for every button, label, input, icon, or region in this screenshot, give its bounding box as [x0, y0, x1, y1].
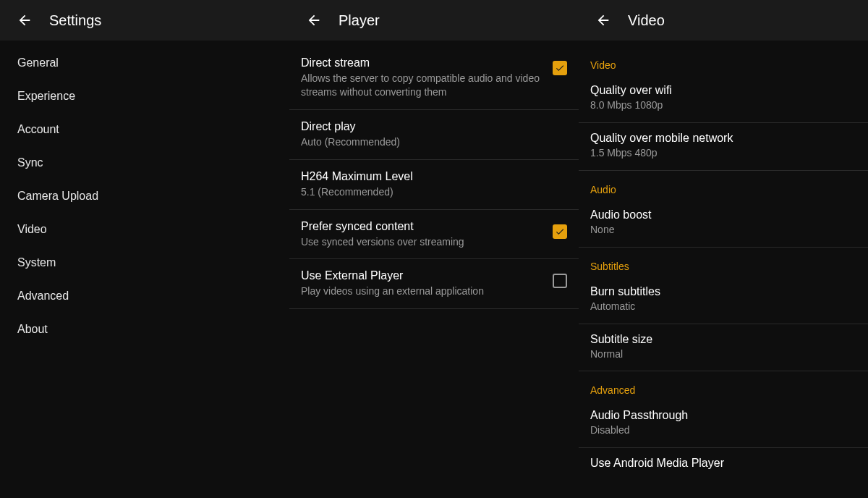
video-list: Video Quality over wifi 8.0 Mbps 1080p Q…	[579, 41, 868, 498]
settings-list: General Experience Account Sync Camera U…	[0, 41, 289, 498]
player-row-prefer-synced[interactable]: Prefer synced content Use synced version…	[289, 210, 579, 260]
settings-item-video[interactable]: Video	[0, 213, 289, 246]
video-row-burn-subtitles[interactable]: Burn subtitles Automatic	[579, 277, 868, 324]
setting-sub: Automatic	[590, 300, 856, 313]
player-title: Player	[339, 12, 380, 29]
setting-sub: Disabled	[590, 423, 856, 437]
arrow-left-icon	[595, 12, 611, 28]
setting-title: Audio Passthrough	[590, 409, 856, 422]
setting-sub: Use synced versions over streaming	[301, 235, 547, 249]
back-button-player[interactable]	[299, 6, 328, 35]
setting-sub: Play videos using an external applicatio…	[301, 284, 547, 298]
arrow-left-icon	[17, 12, 33, 28]
setting-sub: 1.5 Mbps 480p	[590, 146, 856, 160]
player-row-h264-max[interactable]: H264 Maximum Level 5.1 (Recommended)	[289, 160, 579, 210]
video-title: Video	[628, 12, 665, 29]
settings-header: Settings	[0, 0, 289, 41]
settings-item-experience[interactable]: Experience	[0, 80, 289, 113]
back-button-video[interactable]	[589, 6, 618, 35]
player-row-direct-stream[interactable]: Direct stream Allows the server to copy …	[289, 46, 579, 110]
player-list: Direct stream Allows the server to copy …	[289, 41, 579, 498]
setting-sub: 8.0 Mbps 1080p	[590, 98, 856, 112]
setting-title: Burn subtitles	[590, 285, 856, 298]
setting-sub: Allows the server to copy compatible aud…	[301, 72, 547, 99]
settings-item-sync[interactable]: Sync	[0, 146, 289, 180]
check-icon	[555, 63, 565, 73]
section-subtitles: Subtitles	[579, 248, 868, 277]
video-row-subtitle-size[interactable]: Subtitle size Normal	[579, 324, 868, 372]
settings-item-about[interactable]: About	[0, 313, 289, 346]
player-row-direct-play[interactable]: Direct play Auto (Recommended)	[289, 110, 579, 160]
checkbox-direct-stream[interactable]	[553, 61, 567, 75]
setting-title: Quality over wifi	[590, 84, 856, 97]
setting-sub: None	[590, 223, 856, 237]
video-row-quality-wifi[interactable]: Quality over wifi 8.0 Mbps 1080p	[579, 75, 868, 123]
check-icon	[555, 227, 565, 237]
section-audio: Audio	[579, 171, 868, 200]
setting-title: Direct stream	[301, 56, 547, 69]
setting-sub: Auto (Recommended)	[301, 135, 561, 149]
checkbox-external-player[interactable]	[553, 274, 567, 288]
setting-title: Use Android Media Player	[590, 457, 856, 470]
settings-item-advanced[interactable]: Advanced	[0, 279, 289, 313]
player-row-external-player[interactable]: Use External Player Play videos using an…	[289, 259, 579, 309]
setting-title: Audio boost	[590, 208, 856, 221]
video-panel: Video Video Quality over wifi 8.0 Mbps 1…	[579, 0, 868, 498]
setting-title: Prefer synced content	[301, 220, 547, 233]
arrow-left-icon	[306, 12, 322, 28]
video-row-audio-boost[interactable]: Audio boost None	[579, 200, 868, 248]
settings-panel: Settings General Experience Account Sync…	[0, 0, 289, 498]
settings-item-system[interactable]: System	[0, 246, 289, 279]
section-advanced: Advanced	[579, 371, 868, 400]
player-header: Player	[289, 0, 579, 41]
video-header: Video	[579, 0, 868, 41]
checkbox-prefer-synced[interactable]	[553, 224, 567, 239]
back-button-settings[interactable]	[10, 6, 39, 35]
setting-sub: 5.1 (Recommended)	[301, 185, 561, 199]
setting-title: H264 Maximum Level	[301, 170, 561, 183]
setting-title: Quality over mobile network	[590, 132, 856, 145]
video-row-quality-mobile[interactable]: Quality over mobile network 1.5 Mbps 480…	[579, 123, 868, 171]
setting-title: Use External Player	[301, 269, 547, 282]
setting-title: Direct play	[301, 120, 561, 133]
video-row-audio-passthrough[interactable]: Audio Passthrough Disabled	[579, 400, 868, 448]
settings-item-general[interactable]: General	[0, 46, 289, 80]
video-row-android-media-player[interactable]: Use Android Media Player	[579, 448, 868, 481]
settings-item-account[interactable]: Account	[0, 113, 289, 146]
settings-item-camera-upload[interactable]: Camera Upload	[0, 180, 289, 213]
setting-title: Subtitle size	[590, 333, 856, 346]
player-panel: Player Direct stream Allows the server t…	[289, 0, 579, 498]
setting-sub: Normal	[590, 347, 856, 361]
section-video: Video	[579, 46, 868, 75]
settings-title: Settings	[49, 12, 101, 29]
